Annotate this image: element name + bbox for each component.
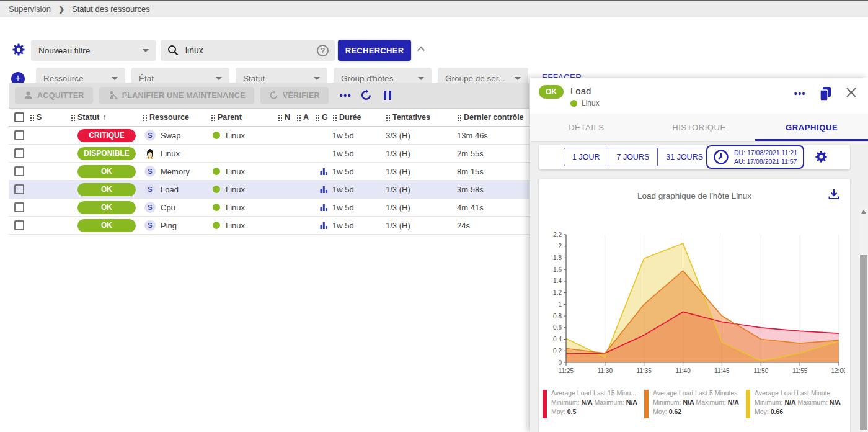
time-range-group: 1 JOUR 7 JOURS 31 JOURS (564, 148, 712, 166)
resource-cell: SCpu (143, 202, 211, 213)
col-header-statut[interactable]: Statut↑ (71, 113, 143, 122)
row-checkbox[interactable] (14, 166, 24, 176)
tab-details[interactable]: DÉTAILS (530, 114, 643, 141)
chevron-down-icon (418, 77, 424, 80)
legend-item-load15: Average Load Last 15 Minu... Minimum: N/… (542, 389, 643, 418)
drag-handle-icon (332, 114, 337, 121)
svg-text:11:35: 11:35 (637, 367, 652, 374)
row-checkbox[interactable] (14, 148, 24, 158)
refresh-icon[interactable] (360, 89, 372, 101)
graph-legend: Average Load Last 15 Minu... Minimum: N/… (542, 389, 848, 418)
status-badge: OK (78, 219, 136, 232)
chevron-down-icon (515, 77, 521, 80)
graph-title: Load graphique de l'hôte Linux (539, 191, 850, 200)
table-row[interactable]: DISPONIBLELinux1w 5d1/3 (H)2m 55s (9, 145, 529, 163)
svg-text:1.2: 1.2 (553, 289, 562, 296)
parent-cell: Linux (211, 221, 278, 230)
col-header-duree[interactable]: Durée (332, 113, 386, 122)
close-panel-icon[interactable] (846, 87, 857, 98)
svg-text:1.4: 1.4 (553, 277, 562, 284)
set-maintenance-button[interactable]: PLANIFIER UNE MAINTENANCE (99, 87, 254, 104)
col-header-tentatives[interactable]: Tentatives (386, 113, 457, 122)
search-button[interactable]: RECHERCHER (338, 40, 411, 61)
scroll-up-arrow-icon[interactable] (861, 210, 866, 214)
col-header-a[interactable]: A (296, 113, 315, 122)
panel-status-badge: OK (539, 85, 564, 99)
table-row[interactable]: OKSCpuLinux1w 5d1/3 (H)4m 41s (9, 199, 529, 217)
parent-status-dot (213, 222, 220, 229)
drag-handle-icon (315, 114, 320, 121)
saved-filter-select[interactable]: Nouveau filtre (31, 40, 156, 61)
table-row[interactable]: OKSPingLinux1w 5d1/3 (H)24s (9, 217, 529, 235)
svg-text:1.6: 1.6 (553, 266, 562, 273)
svg-text:1.8: 1.8 (553, 254, 562, 261)
table-row[interactable]: OKSMemoryLinux1w 5d1/3 (H)8m 15s (9, 163, 529, 181)
row-checkbox[interactable] (14, 202, 24, 212)
person-icon (24, 91, 33, 100)
tries-cell: 1/3 (H) (386, 167, 457, 176)
graph-card: Load graphique de l'hôte Linux 00.20.40.… (539, 179, 850, 432)
select-all-checkbox[interactable] (14, 112, 24, 122)
status-badge: OK (78, 201, 136, 214)
scrollbar-thumb[interactable] (860, 255, 867, 430)
row-checkbox[interactable] (14, 220, 24, 230)
breadcrumb-statut-des-ressources[interactable]: Statut des ressources (72, 4, 150, 14)
filter-settings-gear-icon[interactable] (11, 42, 26, 57)
svg-text:2: 2 (558, 243, 562, 250)
acknowledge-button[interactable]: ACQUITTER (15, 87, 93, 104)
tab-graphique[interactable]: GRAPHIQUE (755, 114, 868, 141)
search-box[interactable]: ? (161, 40, 335, 61)
range-31-jours-button[interactable]: 31 JOURS (658, 148, 711, 166)
row-checkbox[interactable] (14, 130, 24, 140)
col-header-parent[interactable]: Parent (211, 113, 278, 122)
service-icon: S (144, 184, 156, 195)
parent-cell: Linux (211, 167, 278, 176)
graph-available-icon[interactable] (320, 204, 328, 212)
last-check-cell: 4m 41s (457, 203, 529, 212)
graph-available-icon[interactable] (320, 222, 328, 230)
col-header-dernier-controle[interactable]: Dernier contrôle (457, 113, 529, 122)
col-header-s[interactable]: S (30, 113, 71, 122)
duration-cell: 1w 5d (332, 185, 386, 194)
parent-status-dot (213, 132, 220, 139)
svg-text:0.2: 0.2 (553, 348, 562, 354)
drag-handle-icon (296, 114, 301, 121)
more-actions-icon[interactable]: ••• (340, 91, 352, 101)
tab-historique[interactable]: HISTORIQUE (643, 114, 756, 141)
pause-icon[interactable] (383, 90, 392, 101)
legend-swatch-orange (644, 390, 649, 418)
last-check-cell: 24s (457, 221, 529, 230)
graph-available-icon[interactable] (320, 186, 328, 194)
status-badge: CRITIQUE (78, 129, 136, 142)
search-input[interactable] (185, 45, 317, 55)
row-checkbox[interactable] (14, 184, 24, 194)
breadcrumb-supervision[interactable]: Supervision (9, 4, 51, 14)
table-row[interactable]: OKSLoadLinux1w 5d1/3 (H)3m 58s (9, 181, 529, 199)
copy-link-icon[interactable] (818, 86, 832, 101)
status-badge: OK (78, 183, 136, 196)
last-check-cell: 8m 15s (457, 167, 529, 176)
resource-cell: SPing (143, 220, 211, 231)
col-header-ressource[interactable]: Ressource (143, 113, 211, 122)
graph-settings-gear-icon[interactable] (814, 150, 828, 164)
collapse-filters-icon[interactable] (417, 46, 425, 52)
search-help-icon[interactable]: ? (317, 45, 329, 56)
graph-available-icon[interactable] (320, 168, 328, 176)
col-header-n[interactable]: N (278, 113, 296, 122)
custom-period-picker[interactable]: DU: 17/08/2021 11:21 AU: 17/08/2021 11:5… (706, 145, 804, 169)
download-graph-icon[interactable] (828, 188, 840, 200)
range-7-jours-button[interactable]: 7 JOURS (608, 148, 658, 166)
check-button[interactable]: VÉRIFIER (260, 87, 329, 104)
svg-text:1: 1 (558, 301, 562, 308)
svg-text:0.6: 0.6 (553, 324, 562, 331)
chevron-down-icon (216, 77, 222, 80)
range-1-jour-button[interactable]: 1 JOUR (564, 148, 608, 166)
panel-more-icon[interactable]: ••• (794, 89, 806, 99)
service-icon: S (144, 166, 156, 177)
last-check-cell: 2m 55s (457, 149, 529, 158)
table-row[interactable]: CRITIQUESSwapLinux1w 5d3/3 (H)13m 46s (9, 127, 529, 145)
linux-penguin-icon (144, 148, 156, 159)
drag-handle-icon (30, 114, 35, 121)
col-header-g[interactable]: G (315, 113, 332, 122)
maintenance-worker-icon (108, 91, 118, 100)
